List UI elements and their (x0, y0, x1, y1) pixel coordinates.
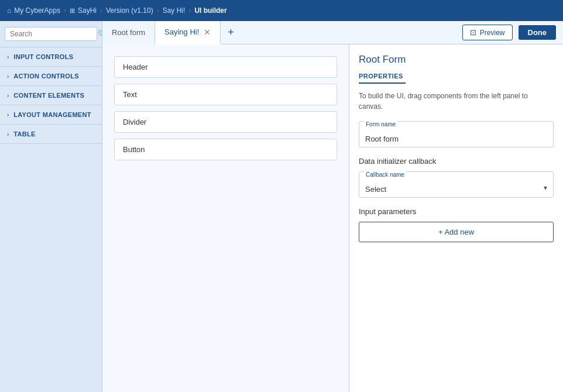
content-area: Root form Saying Hi! ✕ + ⊡ Preview Done (102, 21, 563, 392)
tab-label: Root form (112, 28, 145, 37)
form-name-field-group: Form name (359, 121, 554, 147)
search-box: 🔍 (0, 21, 102, 47)
grid-icon: ⊞ (70, 7, 75, 15)
sidebar-section-content-elements[interactable]: › CONTENT ELEMENTS (0, 86, 102, 105)
callback-name-label: Callback name (364, 171, 406, 178)
topbar-home[interactable]: ⌂ My CyberApps (7, 6, 60, 15)
form-name-label: Form name (364, 121, 397, 128)
preview-label: Preview (480, 29, 505, 37)
tab-label: Saying Hi! (164, 27, 199, 36)
chevron-right-icon: › (7, 131, 9, 137)
tab-saying-hi[interactable]: Saying Hi! ✕ (155, 21, 221, 44)
sidebar-section-layout-management[interactable]: › LAYOUT MANAGEMENT (0, 105, 102, 125)
topbar-sayhi[interactable]: ⊞ SayHi (70, 6, 97, 15)
sidebar-section-table[interactable]: › TABLE (0, 125, 102, 144)
sidebar-section-header[interactable]: › TABLE (0, 125, 102, 143)
canvas-element-divider[interactable]: Divider (114, 111, 337, 133)
sidebar-section-input-controls[interactable]: › INPUT CONTROLS (0, 47, 102, 67)
preview-button[interactable]: ⊡ Preview (462, 25, 513, 40)
canvas-and-props: Header Text Divider Button Root Form PRO… (102, 44, 563, 392)
chevron-right-icon: › (7, 73, 9, 80)
topbar-sep-2: › (100, 6, 102, 15)
properties-section-label: PROPERTIES (359, 73, 406, 84)
form-name-input[interactable] (365, 131, 547, 143)
chevron-right-icon: › (7, 112, 9, 118)
topbar-item-label: My CyberApps (14, 6, 60, 15)
sidebar-section-action-controls[interactable]: › ACTION CONTROLS (0, 67, 102, 86)
chevron-right-icon: › (7, 92, 9, 99)
sidebar-section-header[interactable]: › ACTION CONTROLS (0, 67, 102, 85)
chevron-down-icon: ▾ (544, 184, 547, 192)
sidebar-section-header[interactable]: › CONTENT ELEMENTS (0, 86, 102, 105)
data-initializer-title: Data initializer callback (359, 157, 554, 166)
topbar: ⌂ My CyberApps › ⊞ SayHi › Version (v1.1… (0, 0, 563, 21)
add-new-button[interactable]: + Add new (359, 222, 554, 242)
sidebar-section-label: LAYOUT MANAGEMENT (13, 111, 91, 118)
main-layout: 🔍 › INPUT CONTROLS › ACTION CONTROLS › C… (0, 21, 563, 392)
canvas-element-text[interactable]: Text (114, 84, 337, 105)
topbar-item-label: SayHi (78, 6, 97, 15)
search-input-wrapper[interactable]: 🔍 (5, 27, 97, 41)
tab-root-form[interactable]: Root form (102, 21, 155, 44)
element-label: Button (123, 145, 145, 154)
canvas-element-button[interactable]: Button (114, 139, 337, 160)
properties-description: To build the UI, drag components from th… (359, 91, 554, 112)
topbar-sep-4: › (188, 6, 191, 15)
element-label: Text (123, 90, 137, 99)
close-icon[interactable]: ✕ (204, 28, 211, 36)
properties-panel: Root Form PROPERTIES To build the UI, dr… (349, 44, 563, 392)
add-new-label: + Add new (438, 228, 474, 236)
element-label: Header (123, 63, 148, 71)
sidebar-section-label: CONTENT ELEMENTS (13, 92, 84, 99)
topbar-version[interactable]: Version (v1.10) (106, 6, 153, 15)
topbar-item-label: UI builder (194, 6, 226, 15)
callback-name-field-group: Callback name Select ▾ (359, 171, 554, 198)
preview-icon: ⊡ (470, 28, 476, 37)
sidebar-section-header[interactable]: › LAYOUT MANAGEMENT (0, 105, 102, 124)
sidebar: 🔍 › INPUT CONTROLS › ACTION CONTROLS › C… (0, 21, 102, 392)
chevron-right-icon: › (7, 54, 9, 60)
callback-name-select[interactable]: Select (365, 181, 544, 194)
sidebar-section-label: TABLE (13, 130, 35, 137)
plus-icon: + (228, 26, 234, 39)
topbar-sep-3: › (157, 6, 159, 15)
sidebar-section-label: INPUT CONTROLS (13, 53, 73, 60)
canvas-element-header[interactable]: Header (114, 56, 337, 78)
add-tab-button[interactable]: + (221, 21, 241, 44)
toolbar-right: ⊡ Preview Done (462, 21, 563, 44)
sidebar-section-header[interactable]: › INPUT CONTROLS (0, 47, 102, 66)
done-button[interactable]: Done (519, 25, 557, 40)
element-label: Divider (123, 118, 146, 126)
tab-bar: Root form Saying Hi! ✕ + ⊡ Preview Done (102, 21, 563, 44)
sidebar-section-label: ACTION CONTROLS (13, 73, 78, 80)
input-parameters-title: Input parameters (359, 207, 554, 216)
topbar-sep-1: › (64, 6, 66, 15)
panel-title: Root Form (359, 54, 554, 66)
canvas: Header Text Divider Button (102, 44, 349, 392)
topbar-item-label: Version (v1.10) (106, 6, 153, 15)
topbar-item-label: Say Hi! (163, 6, 186, 15)
topbar-ui-builder[interactable]: UI builder (194, 6, 226, 15)
search-input[interactable] (10, 30, 98, 38)
home-icon: ⌂ (7, 6, 11, 15)
topbar-sayhi-form[interactable]: Say Hi! (163, 6, 186, 15)
